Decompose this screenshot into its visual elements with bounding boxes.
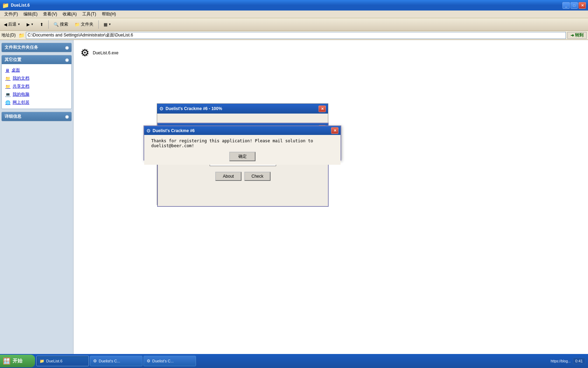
crackme-bg-icon: ⚙ [159, 106, 164, 111]
file-tasks-label: 文件和文件夹任务 [5, 45, 38, 50]
other-locations-content: 🖥 桌面 📁 我的文档 📁 共享文档 💻 我的电脑 [2, 64, 71, 109]
sidebar-link-desktop[interactable]: 🖥 桌面 [3, 66, 70, 74]
explorer-close-button[interactable]: ✕ [579, 2, 586, 9]
ok-button[interactable]: 确定 [229, 152, 255, 161]
toolbar-separator-2 [98, 20, 99, 29]
taskbar-crackme2-label: Duelist's C... [152, 359, 174, 363]
explorer-title-text: DueList.6 [11, 3, 30, 8]
other-locations-header[interactable]: 其它位置 ◉ [2, 55, 71, 64]
menubar: 文件(F) 编辑(E) 查看(V) 收藏(A) 工具(T) 帮助(H) [0, 11, 588, 18]
sidebar: 文件和文件夹任务 ◉ 其它位置 ◉ 🖥 桌面 📁 我的文档 [0, 40, 74, 368]
view-icon: ▦ [104, 22, 107, 27]
back-label: 后退 [8, 21, 16, 27]
taskbar-task-explorer-label: DueList.6 [46, 359, 62, 363]
taskbar-task-crackme1[interactable]: ⚙ Duelist's C... [90, 356, 142, 366]
view-dropdown-icon[interactable]: ▼ [108, 23, 111, 26]
forward-button[interactable]: ▶ ▼ [24, 21, 36, 28]
menu-view[interactable]: 查看(V) [40, 11, 60, 18]
toolbar-separator-1 [48, 20, 49, 29]
sidebar-link-mycomputer[interactable]: 💻 我的电脑 [3, 90, 70, 98]
mydocs-label: 我的文档 [13, 75, 29, 81]
taskbar-task-crackme2[interactable]: ⚙ Duelist's C... [144, 356, 196, 366]
explorer-window-buttons: _ □ ✕ [562, 2, 586, 9]
sidebar-link-mydocs[interactable]: 📁 我的文档 [3, 74, 70, 82]
network-label: 网上邻居 [13, 100, 29, 105]
go-label: 转到 [575, 32, 583, 38]
folder-label: 文件夹 [81, 21, 93, 27]
explorer-title-left: 📁 DueList.6 [2, 2, 30, 9]
success-title-text: Duelist's Crackme #6 [153, 128, 195, 133]
explorer-app-icon: 📁 [2, 2, 9, 9]
menu-file[interactable]: 文件(F) [1, 11, 21, 18]
menu-tools[interactable]: 工具(T) [79, 11, 99, 18]
address-label: 地址(D) [1, 32, 17, 38]
addressbar: 地址(D) 📁 ➜ 转到 [0, 31, 588, 40]
details-header[interactable]: 详细信息 ◉ [2, 112, 71, 121]
shareddocs-icon: 📁 [5, 84, 10, 89]
explorer-titlebar: 📁 DueList.6 _ □ ✕ [0, 0, 588, 11]
search-button[interactable]: 🔍 搜索 [51, 20, 71, 28]
file-app-icon: ⚙ [80, 47, 89, 59]
taskbar-gear-icon-1: ⚙ [93, 359, 97, 363]
taskbar-task-explorer[interactable]: 📁 DueList.6 [36, 356, 89, 366]
go-arrow-icon: ➜ [570, 33, 574, 38]
address-input[interactable] [26, 32, 566, 39]
folder-icon: 📁 [75, 22, 80, 27]
file-tasks-header[interactable]: 文件和文件夹任务 ◉ [2, 43, 71, 52]
view-button[interactable]: ▦ ▼ [101, 21, 114, 28]
menu-help[interactable]: 帮助(H) [99, 11, 119, 18]
taskbar-clock: 0:41 [573, 358, 585, 364]
success-dialog: ⚙ Duelist's Crackme #6 ✕ Thanks for regi… [144, 125, 341, 161]
address-folder-icon: 📁 [19, 33, 24, 38]
file-item-duelist[interactable]: ⚙ DueList.6.exe [79, 46, 582, 60]
up-icon: ⬆ [40, 22, 43, 27]
forward-dropdown-icon[interactable]: ▼ [31, 23, 34, 26]
mycomputer-icon: 💻 [5, 92, 10, 97]
success-title-left: ⚙ Duelist's Crackme #6 [146, 128, 195, 134]
taskbar-crackme1-label: Duelist's C... [99, 359, 120, 363]
up-button[interactable]: ⬆ [37, 21, 46, 28]
explorer-maximize-button[interactable]: □ [570, 2, 578, 9]
check-button[interactable]: Check [244, 172, 271, 181]
file-tasks-collapse-icon: ◉ [65, 45, 69, 50]
back-icon: ◀ [4, 22, 7, 27]
other-locations-section: 其它位置 ◉ 🖥 桌面 📁 我的文档 📁 共享文档 [1, 55, 72, 109]
network-icon: 🌐 [5, 100, 10, 105]
crackme-bg-title-left: ⚙ Duelist's Crackme #6 - 100% [159, 106, 222, 111]
forward-icon: ▶ [27, 22, 30, 27]
success-dialog-icon: ⚙ [146, 128, 151, 134]
taskbar-url-text: https://blog... [551, 359, 570, 363]
explorer-minimize-button[interactable]: _ [562, 2, 570, 9]
search-icon: 🔍 [54, 22, 59, 27]
windows-logo-icon: 🪟 [3, 357, 10, 365]
file-name: DueList.6.exe [93, 50, 118, 55]
details-label: 详细信息 [5, 114, 21, 120]
taskbar-folder-icon: 📁 [40, 359, 44, 363]
crackme-bg-titlebar: ⚙ Duelist's Crackme #6 - 100% ✕ [157, 104, 328, 114]
success-close-button[interactable]: ✕ [331, 127, 338, 134]
shareddocs-label: 共享文档 [13, 83, 29, 89]
mydocs-icon: 📁 [5, 76, 10, 81]
go-button[interactable]: ➜ 转到 [567, 32, 587, 39]
success-titlebar: ⚙ Duelist's Crackme #6 ✕ [144, 126, 341, 135]
success-dialog-buttons: ✕ [331, 127, 338, 134]
crackme-bg-close-button[interactable]: ✕ [318, 105, 326, 112]
start-button[interactable]: 🪟 开始 [0, 355, 35, 367]
mycomputer-label: 我的电脑 [13, 91, 29, 97]
file-tasks-section: 文件和文件夹任务 ◉ [1, 43, 72, 52]
sidebar-link-network[interactable]: 🌐 网上邻居 [3, 98, 70, 107]
desktop-label: 桌面 [12, 67, 20, 73]
success-message: Thanks for registering this application!… [151, 138, 334, 148]
sidebar-link-shareddocs[interactable]: 📁 共享文档 [3, 82, 70, 90]
about-button[interactable]: About [215, 172, 241, 181]
details-section: 详细信息 ◉ [1, 112, 72, 121]
back-button[interactable]: ◀ 后退 ▼ [1, 20, 23, 28]
back-dropdown-icon[interactable]: ▼ [18, 23, 20, 26]
other-locations-collapse-icon: ◉ [65, 57, 69, 62]
taskbar: 🪟 开始 📁 DueList.6 ⚙ Duelist's C... ⚙ Duel… [0, 354, 588, 368]
folder-button[interactable]: 📁 文件夹 [72, 20, 96, 28]
other-locations-label: 其它位置 [5, 57, 21, 63]
menu-favorites[interactable]: 收藏(A) [60, 11, 79, 18]
menu-edit[interactable]: 编辑(E) [21, 11, 40, 18]
crackme-buttons: About Check [215, 172, 271, 181]
